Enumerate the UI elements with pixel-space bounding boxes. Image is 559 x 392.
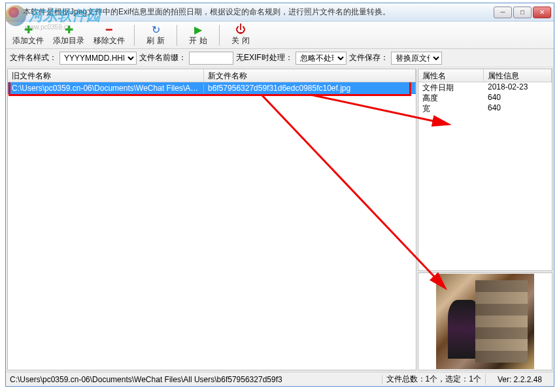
save-label: 文件保存： [349,52,388,63]
minimize-button[interactable]: ─ [494,7,512,18]
format-select[interactable]: YYYYMMDD.HHMMSS [59,52,137,65]
refresh-label: 刷 新 [146,35,164,46]
prop-val: 2018-02-23 [484,82,552,93]
add-file-label: 添加文件 [12,35,44,46]
noexif-label: 无EXIF时处理： [236,52,293,63]
prop-name-header[interactable]: 属性名 [418,69,484,82]
old-name-cell: C:\Users\pc0359.cn-06\Documents\WeChat F… [8,84,204,93]
right-pane: 属性名 属性信息 文件日期 2018-02-23 高度 640 宽 640 [418,69,552,370]
toolbar-separator [219,25,220,46]
plus-icon: ✚ [22,24,34,35]
file-list-body[interactable]: C:\Users\pc0359.cn-06\Documents\WeChat F… [8,82,416,370]
format-label: 文件名样式： [10,52,57,63]
new-name-cell: b6f57956327d59f31d6edc0985fc10ef.jpg [204,84,416,93]
properties-header: 属性名 属性信息 [418,69,552,82]
image-preview [418,272,552,370]
start-label: 开 始 [189,35,207,46]
toolbar-separator [177,25,177,46]
maximize-button[interactable]: □ [513,7,532,18]
status-count: 文件总数：1个，选定：1个 [382,374,486,385]
table-row[interactable]: C:\Users\pc0359.cn-06\Documents\WeChat F… [8,82,416,94]
minus-icon: ━ [103,24,115,35]
play-icon: ▶ [192,24,204,35]
prop-name: 宽 [418,103,484,114]
start-button[interactable]: ▶ 开 始 [182,22,214,48]
properties-pane: 属性名 属性信息 文件日期 2018-02-23 高度 640 宽 640 [418,69,552,271]
save-select[interactable]: 替换原文件 [391,52,442,65]
prop-name: 高度 [418,93,484,103]
prop-row: 宽 640 [418,103,552,114]
prefix-label: 文件名前缀： [139,52,186,63]
new-name-header[interactable]: 新文件名称 [204,69,416,82]
add-file-button[interactable]: ✚ 添加文件 [8,22,48,48]
close-app-button[interactable]: ⏻ 关 闭 [225,22,256,48]
preview-thumbnail [436,274,534,369]
status-version: Ver: 2.2.2.48 [486,375,554,384]
toolbar-separator [134,25,135,46]
status-path: C:\Users\pc0359.cn-06\Documents\WeChat F… [6,375,382,384]
add-dir-label: 添加目录 [53,35,84,46]
app-window: 本软件是根据Jpeg文件中的Exif信息里面的拍照日期，根据设定的命名规则，进行… [5,3,554,387]
exit-icon: ⏻ [235,24,246,35]
file-list-header: 旧文件名称 新文件名称 [8,69,416,82]
close-button[interactable]: ✕ [533,7,551,18]
prop-val-header[interactable]: 属性信息 [484,69,552,82]
main-area: 旧文件名称 新文件名称 C:\Users\pc0359.cn-06\Docume… [6,67,554,372]
prop-row: 高度 640 [418,93,552,103]
old-name-header[interactable]: 旧文件名称 [8,69,204,82]
properties-body: 文件日期 2018-02-23 高度 640 宽 640 [418,82,552,270]
remove-file-button[interactable]: ━ 移除文件 [90,22,129,48]
prop-val: 640 [484,93,552,103]
titlebar: 本软件是根据Jpeg文件中的Exif信息里面的拍照日期，根据设定的命名规则，进行… [6,3,554,22]
close-label: 关 闭 [231,35,249,46]
refresh-button[interactable]: ↻ 刷 新 [140,22,171,48]
prop-val: 640 [484,103,552,114]
plus-icon: ✚ [63,24,75,35]
options-bar: 文件名样式： YYYYMMDD.HHMMSS 文件名前缀： 无EXIF时处理： … [6,49,554,67]
file-list-pane: 旧文件名称 新文件名称 C:\Users\pc0359.cn-06\Docume… [7,69,416,370]
add-dir-button[interactable]: ✚ 添加目录 [49,22,88,48]
refresh-icon: ↻ [150,24,161,35]
noexif-select[interactable]: 忽略不处理 [296,52,347,65]
toolbar: ✚ 添加文件 ✚ 添加目录 ━ 移除文件 ↻ 刷 新 ▶ 开 始 ⏻ 关 闭 [6,22,554,49]
prop-row: 文件日期 2018-02-23 [418,82,552,93]
prop-name: 文件日期 [418,82,484,93]
window-title: 本软件是根据Jpeg文件中的Exif信息里面的拍照日期，根据设定的命名规则，进行… [23,7,494,18]
prefix-input[interactable] [189,52,233,65]
remove-file-label: 移除文件 [93,35,125,46]
statusbar: C:\Users\pc0359.cn-06\Documents\WeChat F… [6,372,554,386]
app-icon [8,7,19,18]
